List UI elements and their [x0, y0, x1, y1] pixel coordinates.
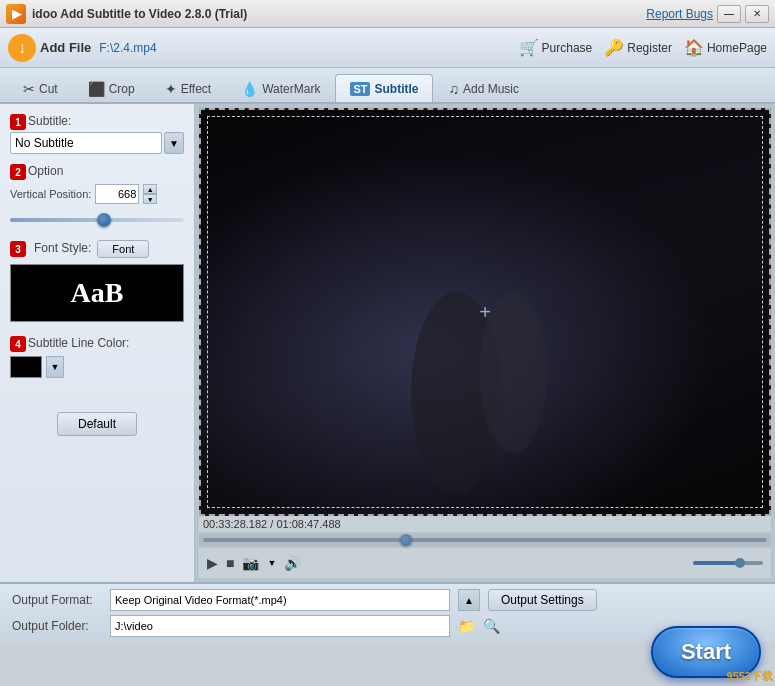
add-file-icon: ↓ [8, 34, 36, 62]
volume-slider[interactable] [693, 561, 763, 565]
effect-icon: ✦ [165, 81, 177, 97]
homepage-label: HomePage [707, 41, 767, 55]
right-panel: + 00:33:28.182 / 01:08:47.488 ▶ ■ 📷 ▼ 🔊 [195, 104, 775, 582]
section-4-badge: 4 [10, 336, 26, 352]
vertical-slider-container [10, 210, 184, 230]
minimize-button[interactable]: — [717, 5, 741, 23]
tab-effect-label: Effect [181, 82, 211, 96]
play-button[interactable]: ▶ [207, 555, 218, 571]
title-bar-right: Report Bugs — ✕ [646, 5, 769, 23]
title-bar: ▶ idoo Add Subtitle to Video 2.8.0 (Tria… [0, 0, 775, 28]
font-preview: AaB [10, 264, 184, 322]
spin-down-button[interactable]: ▼ [143, 194, 157, 204]
title-bar-left: ▶ idoo Add Subtitle to Video 2.8.0 (Tria… [6, 4, 247, 24]
progress-track [203, 538, 767, 542]
watermark-icon: 💧 [241, 81, 258, 97]
tab-addmusic-label: Add Music [463, 82, 519, 96]
tab-crop[interactable]: ⬛ Crop [73, 74, 150, 102]
subtitle-select[interactable]: No Subtitle [10, 132, 162, 154]
purchase-button[interactable]: 🛒 Purchase [519, 38, 593, 57]
color-label: Subtitle Line Color: [28, 336, 129, 350]
vertical-slider-thumb[interactable] [97, 213, 111, 227]
add-file-button[interactable]: ↓ Add File [8, 34, 91, 62]
register-label: Register [627, 41, 672, 55]
top-toolbar: ↓ Add File F:\2.4.mp4 🛒 Purchase 🔑 Regis… [0, 28, 775, 68]
section-2-badge: 2 [10, 164, 26, 180]
output-format-row: Output Format: Keep Original Video Forma… [12, 589, 763, 611]
output-folder-label: Output Folder: [12, 619, 102, 633]
watermark: 9553下载 [727, 669, 773, 684]
tab-effect[interactable]: ✦ Effect [150, 74, 226, 102]
video-area: + [199, 108, 771, 516]
app-title: idoo Add Subtitle to Video 2.8.0 (Trial) [32, 7, 247, 21]
subtitle-dropdown-arrow[interactable]: ▼ [164, 132, 184, 154]
option-header: 2 Option [10, 164, 184, 180]
crosshair: + [479, 301, 491, 324]
tab-cut-label: Cut [39, 82, 58, 96]
camera-button[interactable]: 📷 [242, 555, 259, 571]
register-button[interactable]: 🔑 Register [604, 38, 672, 57]
font-section: 3 Font Style: Font AaB [10, 240, 184, 322]
video-progress-bar[interactable] [199, 534, 771, 546]
folder-icon[interactable]: 📁 [458, 618, 475, 634]
font-header: 3 Font Style: Font [10, 240, 184, 258]
cut-icon: ✂ [23, 81, 35, 97]
color-section: 4 Subtitle Line Color: ▼ [10, 336, 184, 378]
spin-buttons: ▲ ▼ [143, 184, 157, 204]
color-swatch[interactable] [10, 356, 42, 378]
add-file-label: Add File [40, 40, 91, 55]
camera-dropdown-arrow[interactable]: ▼ [267, 558, 276, 568]
output-format-label: Output Format: [12, 593, 102, 607]
option-section: 2 Option Vertical Position: ▲ ▼ [10, 164, 184, 230]
font-style-label: Font Style: [34, 241, 91, 255]
main-content: 1 Subtitle: No Subtitle ▼ 2 Option Verti [0, 104, 775, 582]
video-controls: ▶ ■ 📷 ▼ 🔊 [199, 548, 771, 578]
output-format-arrow[interactable]: ▲ [458, 589, 480, 611]
spin-up-button[interactable]: ▲ [143, 184, 157, 194]
homepage-icon: 🏠 [684, 38, 704, 57]
subtitle-icon: ST [350, 82, 370, 96]
output-settings-button[interactable]: Output Settings [488, 589, 597, 611]
output-folder-path[interactable]: J:\video [110, 615, 450, 637]
addmusic-icon: ♫ [448, 81, 459, 97]
crop-icon: ⬛ [88, 81, 105, 97]
section-3-badge: 3 [10, 241, 26, 257]
tab-cut[interactable]: ✂ Cut [8, 74, 73, 102]
video-time: 00:33:28.182 / 01:08:47.488 [199, 516, 771, 532]
default-button[interactable]: Default [57, 412, 137, 436]
left-panel: 1 Subtitle: No Subtitle ▼ 2 Option Verti [0, 104, 195, 582]
vertical-pos-row: Vertical Position: ▲ ▼ [10, 184, 184, 204]
vertical-pos-input[interactable] [95, 184, 139, 204]
volume-thumb[interactable] [735, 558, 745, 568]
tab-watermark[interactable]: 💧 WaterMark [226, 74, 335, 102]
color-row: ▼ [10, 356, 184, 378]
section-1-badge: 1 [10, 114, 26, 130]
tab-subtitle-label: Subtitle [374, 82, 418, 96]
option-label: Option [28, 164, 63, 178]
subtitle-section: 1 Subtitle: No Subtitle ▼ [10, 114, 184, 154]
tab-watermark-label: WaterMark [262, 82, 320, 96]
subtitle-dropdown-row: No Subtitle ▼ [10, 132, 184, 154]
output-folder-row: Output Folder: J:\video 📁 🔍 [12, 615, 763, 637]
progress-thumb[interactable] [400, 534, 412, 546]
tab-crop-label: Crop [109, 82, 135, 96]
homepage-button[interactable]: 🏠 HomePage [684, 38, 767, 57]
tab-subtitle[interactable]: ST Subtitle [335, 74, 433, 102]
output-format-select[interactable]: Keep Original Video Format(*.mp4) [110, 589, 450, 611]
file-path: F:\2.4.mp4 [99, 41, 156, 55]
toolbar-right: 🛒 Purchase 🔑 Register 🏠 HomePage [519, 38, 767, 57]
volume-button[interactable]: 🔊 [284, 555, 301, 571]
nav-tabs: ✂ Cut ⬛ Crop ✦ Effect 💧 WaterMark ST Sub… [0, 68, 775, 104]
close-button[interactable]: ✕ [745, 5, 769, 23]
purchase-icon: 🛒 [519, 38, 539, 57]
report-bugs-link[interactable]: Report Bugs [646, 7, 713, 21]
register-icon: 🔑 [604, 38, 624, 57]
stop-button[interactable]: ■ [226, 555, 234, 571]
app-icon: ▶ [6, 4, 26, 24]
tab-addmusic[interactable]: ♫ Add Music [433, 74, 534, 102]
search-icon[interactable]: 🔍 [483, 618, 500, 634]
font-button[interactable]: Font [97, 240, 149, 258]
color-dropdown-arrow[interactable]: ▼ [46, 356, 64, 378]
vertical-pos-label: Vertical Position: [10, 188, 91, 200]
purchase-label: Purchase [542, 41, 593, 55]
